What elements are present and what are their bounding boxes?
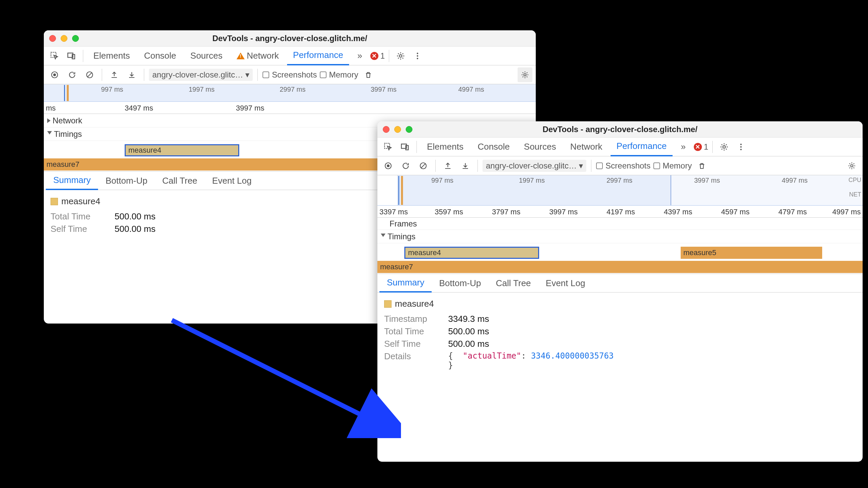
tab-console[interactable]: Console [138, 47, 182, 65]
subtab-calltree[interactable]: Call Tree [155, 171, 205, 190]
inspect-element-icon[interactable] [381, 140, 396, 154]
settings-icon[interactable] [717, 140, 732, 154]
error-icon: ✕ [370, 52, 378, 60]
track-timings-label: Timings [388, 232, 415, 241]
subtab-eventlog[interactable]: Event Log [538, 274, 593, 293]
tab-more[interactable]: » [351, 47, 368, 65]
flame-bar-measure5[interactable]: measure5 [681, 247, 822, 259]
overview-net-label: NET [848, 191, 861, 198]
svg-point-19 [387, 164, 390, 167]
ruler-tick: 3797 ms [492, 208, 520, 216]
flame-bar-measure4[interactable]: measure4 [125, 144, 239, 156]
flame-bar-measure4[interactable]: measure4 [404, 247, 539, 259]
kebab-menu-icon[interactable] [410, 49, 425, 63]
capture-settings-icon[interactable] [518, 67, 532, 82]
ruler-tick: 3397 ms [379, 208, 408, 216]
screenshots-checkbox[interactable]: Screenshots [262, 70, 317, 80]
device-toolbar-icon[interactable] [64, 49, 79, 63]
svg-point-5 [417, 55, 418, 56]
error-count: 1 [380, 51, 385, 61]
svg-point-17 [740, 149, 742, 150]
tab-performance[interactable]: Performance [287, 47, 349, 65]
self-time-label: Self Time [384, 339, 441, 349]
overview-tick: 2997 ms [280, 86, 306, 93]
screenshots-checkbox[interactable]: Screenshots [596, 161, 650, 171]
ruler-tick: 4797 ms [778, 208, 807, 216]
track-frames-label: Frames [390, 219, 417, 228]
subtab-summary[interactable]: Summary [46, 171, 98, 190]
settings-icon[interactable] [393, 49, 408, 63]
tab-performance[interactable]: Performance [611, 138, 673, 156]
track-frames[interactable]: Frames [377, 218, 863, 230]
upload-icon[interactable] [440, 158, 455, 173]
svg-point-21 [851, 164, 853, 167]
timeline-overview[interactable]: 997 ms 1997 ms 2997 ms 3997 ms 4997 ms C… [377, 175, 863, 206]
close-window-button[interactable] [49, 35, 56, 42]
summary-panel: measure4 Timestamp3349.3 ms Total Time50… [377, 293, 863, 378]
memory-checkbox[interactable]: Memory [653, 161, 692, 171]
gc-icon[interactable] [694, 158, 709, 173]
reload-icon[interactable] [65, 67, 80, 82]
ruler-tick: 3997 ms [549, 208, 578, 216]
fullscreen-window-button[interactable] [406, 126, 412, 133]
error-badge[interactable]: ✕ 1 [370, 51, 385, 61]
error-badge[interactable]: ✕ 1 [694, 142, 708, 152]
ruler-tick: ms [46, 104, 56, 113]
color-swatch-icon [384, 300, 392, 308]
tab-network[interactable]: Network [564, 138, 608, 156]
tab-network[interactable]: Network [230, 47, 285, 65]
flamechart-area[interactable]: measure4 measure5 measure7 [377, 243, 863, 274]
overview-tick: 3997 ms [371, 86, 397, 93]
minimize-window-button[interactable] [394, 126, 401, 133]
tab-sources[interactable]: Sources [518, 138, 562, 156]
error-icon: ✕ [694, 143, 702, 151]
subtab-calltree[interactable]: Call Tree [489, 274, 538, 293]
tab-more[interactable]: » [675, 138, 691, 156]
screenshots-label: Screenshots [272, 70, 317, 80]
tab-network-label: Network [247, 51, 279, 61]
device-toolbar-icon[interactable] [398, 140, 412, 154]
flamechart-ruler[interactable]: ms 3497 ms 3997 ms [44, 102, 536, 114]
upload-icon[interactable] [107, 67, 122, 82]
overview-cpu-label: CPU [848, 177, 861, 184]
flame-bar-measure7[interactable]: measure7 [377, 261, 863, 273]
close-window-button[interactable] [383, 126, 390, 133]
capture-settings-icon[interactable] [844, 158, 859, 173]
download-icon[interactable] [124, 67, 139, 82]
overview-tick: 4997 ms [782, 177, 808, 184]
minimize-window-button[interactable] [61, 35, 67, 42]
ruler-tick: 3597 ms [435, 208, 463, 216]
tab-console[interactable]: Console [471, 138, 516, 156]
download-icon[interactable] [458, 158, 473, 173]
reload-icon[interactable] [398, 158, 413, 173]
svg-point-10 [524, 73, 526, 76]
profile-selector[interactable]: angry-clover-close.glitc… ▾ [149, 69, 253, 81]
subtab-bottomup[interactable]: Bottom-Up [98, 171, 155, 190]
details-json-value: 3346.400000035763 [531, 351, 614, 361]
flamechart-ruler[interactable]: 3397 ms 3597 ms 3797 ms 3997 ms 4197 ms … [377, 206, 863, 218]
gc-icon[interactable] [361, 67, 376, 82]
record-icon[interactable] [381, 158, 396, 173]
tab-elements[interactable]: Elements [87, 47, 136, 65]
profile-selector[interactable]: angry-clover-close.glitc… ▾ [483, 160, 586, 172]
fullscreen-window-button[interactable] [72, 35, 79, 42]
subtab-summary[interactable]: Summary [379, 274, 432, 293]
tab-sources[interactable]: Sources [184, 47, 228, 65]
record-icon[interactable] [47, 67, 62, 82]
ruler-tick: 4397 ms [664, 208, 692, 216]
main-tabbar: Elements Console Sources Network Perform… [377, 138, 863, 156]
kebab-menu-icon[interactable] [734, 140, 748, 154]
track-timings[interactable]: Timings [377, 230, 863, 243]
tab-elements[interactable]: Elements [421, 138, 469, 156]
memory-checkbox[interactable]: Memory [320, 70, 359, 80]
titlebar: DevTools - angry-clover-close.glitch.me/ [377, 121, 863, 138]
clear-icon[interactable] [416, 158, 431, 173]
timeline-overview[interactable]: 997 ms 1997 ms 2997 ms 3997 ms 4997 ms [44, 84, 536, 102]
clear-icon[interactable] [82, 67, 97, 82]
subtab-bottomup[interactable]: Bottom-Up [432, 274, 488, 293]
overview-tick: 1997 ms [189, 86, 215, 93]
inspect-element-icon[interactable] [47, 49, 62, 63]
svg-point-15 [740, 144, 742, 145]
overview-lane-labels: CPU NET [848, 177, 861, 198]
subtab-eventlog[interactable]: Event Log [205, 171, 259, 190]
